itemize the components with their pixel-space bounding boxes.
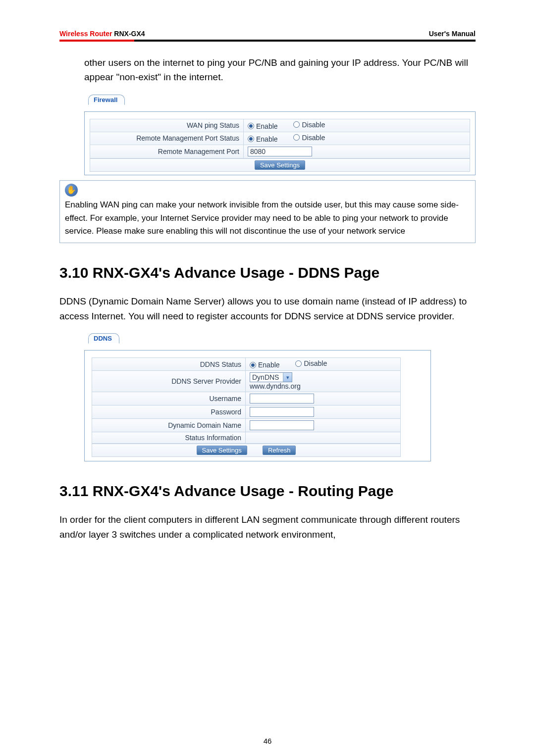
radio-label: Enable (256, 135, 278, 143)
radio-label: Disable (302, 134, 325, 142)
ddns-username-input[interactable] (250, 394, 314, 403)
ddns-save-button[interactable]: Save Settings (197, 446, 247, 455)
ddns-password-label: Password (92, 405, 246, 419)
section-heading-310: 3.10 RNX-GX4's Advance Usage - DDNS Page (59, 261, 476, 285)
header-model: RNX-GX4 (112, 30, 145, 38)
intro-paragraph-continued: other users on the internet to ping your… (84, 55, 472, 85)
radio-label: Enable (258, 361, 280, 369)
header-left: Wireless Router RNX-GX4 (59, 30, 145, 38)
radio-on-icon (250, 362, 256, 368)
remote-port-input[interactable] (248, 147, 312, 156)
wan-ping-enable-radio[interactable]: Enable (248, 122, 278, 130)
table-row: DDNS Status Enable Disable (92, 358, 401, 371)
select-value: DynDNS (252, 373, 279, 381)
table-row: Dynamic Domain Name (92, 419, 401, 432)
ddns-domain-label: Dynamic Domain Name (92, 419, 246, 432)
ddns-status-value-cell: Enable Disable (246, 358, 401, 371)
header-rule (59, 40, 476, 42)
ddns-enable-radio[interactable]: Enable (250, 361, 280, 369)
firewall-tip-panel: ✋ Enabling WAN ping can make your networ… (59, 180, 476, 243)
firewall-panel: WAN ping Status Enable Disable Remote Ma… (84, 111, 476, 175)
section-heading-311: 3.11 RNX-GX4's Advance Usage - Routing P… (59, 479, 476, 503)
ddns-intro: DDNS (Dynamic Domain Name Server) allows… (59, 294, 472, 323)
ddns-statusinfo-value (246, 432, 401, 444)
ddns-status-label: DDNS Status (92, 358, 246, 371)
table-row: DDNS Server Provider DynDNS ▾ www.dyndns… (92, 371, 401, 392)
radio-on-icon (248, 136, 254, 142)
ddns-provider-select[interactable]: DynDNS ▾ (250, 372, 292, 382)
radio-off-icon (293, 121, 300, 128)
firewall-tab[interactable]: Firewall (88, 95, 125, 105)
ddns-settings-table: DDNS Status Enable Disable DDNS Server P… (92, 357, 401, 444)
firewall-actions: Save Settings (90, 158, 470, 172)
ddns-username-label: Username (92, 392, 246, 405)
radio-label: Disable (304, 359, 327, 367)
page-number: 46 (0, 737, 535, 745)
radio-on-icon (248, 123, 254, 129)
radio-label: Disable (302, 121, 325, 129)
ddns-password-input[interactable] (250, 407, 314, 417)
remote-status-label: Remote Management Port Status (90, 132, 244, 145)
ddns-statusinfo-label: Status Information (92, 432, 246, 444)
header-right: User's Manual (429, 30, 476, 38)
remote-status-enable-radio[interactable]: Enable (248, 135, 278, 143)
ddns-domain-input[interactable] (250, 420, 314, 430)
ddns-provider-value-cell: DynDNS ▾ www.dyndns.org (246, 371, 401, 392)
radio-off-icon (295, 360, 302, 367)
table-row: Status Information (92, 432, 401, 444)
ddns-tab[interactable]: DDNS (88, 333, 119, 344)
radio-label: Enable (256, 122, 278, 130)
ddns-actions: Save Settings Refresh (92, 444, 401, 457)
wan-ping-label: WAN ping Status (90, 119, 244, 132)
routing-intro: In order for the client computers in dif… (59, 512, 472, 542)
ddns-refresh-button[interactable]: Refresh (263, 446, 296, 455)
table-row: Username (92, 392, 401, 405)
table-row: Password (92, 405, 401, 419)
wan-ping-value-cell: Enable Disable (244, 119, 470, 132)
firewall-tip-text: Enabling WAN ping can make your network … (65, 199, 470, 238)
wan-ping-disable-radio[interactable]: Disable (293, 121, 325, 129)
save-settings-button[interactable]: Save Settings (255, 160, 305, 170)
ddns-provider-label: DDNS Server Provider (92, 371, 246, 392)
remote-port-label: Remote Management Port (90, 145, 244, 158)
header-product-line: Wireless Router (59, 30, 112, 38)
chevron-down-icon: ▾ (283, 373, 292, 382)
page-header: Wireless Router RNX-GX4 User's Manual (59, 30, 476, 40)
remote-status-value-cell: Enable Disable (244, 132, 470, 145)
table-row: Remote Management Port Status Enable Dis… (90, 132, 470, 145)
radio-off-icon (293, 134, 300, 141)
firewall-settings-table: WAN ping Status Enable Disable Remote Ma… (90, 119, 470, 158)
table-row: WAN ping Status Enable Disable (90, 119, 470, 132)
tip-hand-icon: ✋ (65, 184, 78, 197)
remote-status-disable-radio[interactable]: Disable (293, 134, 325, 142)
remote-port-value-cell (244, 145, 470, 158)
ddns-disable-radio[interactable]: Disable (295, 359, 327, 367)
table-row: Remote Management Port (90, 145, 470, 158)
ddns-panel: DDNS Status Enable Disable DDNS Server P… (84, 350, 431, 461)
ddns-provider-url: www.dyndns.org (250, 382, 301, 390)
